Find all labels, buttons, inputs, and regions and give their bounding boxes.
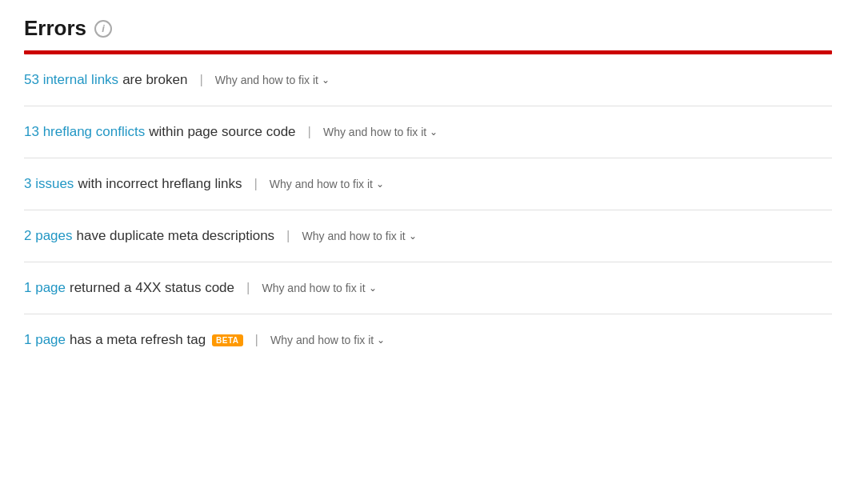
- error-item-broken-internal-links: 53 internal links are broken | Why and h…: [24, 54, 832, 106]
- error-text: 13 hreflang conflicts within page source…: [24, 124, 438, 140]
- chevron-down-icon: ⌄: [430, 126, 438, 138]
- why-fix-label: Why and how to fix it: [323, 126, 426, 138]
- separator: |: [254, 176, 257, 192]
- why-fix-button-broken-internal-links[interactable]: Why and how to fix it ⌄: [215, 74, 330, 86]
- error-description: has a meta refresh tag: [70, 332, 206, 348]
- why-fix-button-meta-refresh-tag[interactable]: Why and how to fix it ⌄: [270, 334, 385, 346]
- chevron-down-icon: ⌄: [322, 74, 330, 86]
- chevron-down-icon: ⌄: [409, 230, 417, 242]
- error-item-hreflang-conflicts: 13 hreflang conflicts within page source…: [24, 106, 832, 158]
- error-list: 53 internal links are broken | Why and h…: [24, 54, 832, 366]
- error-item-4xx-status-code: 1 page returned a 4XX status code | Why …: [24, 262, 832, 314]
- beta-badge: BETA: [212, 334, 242, 346]
- page-header: Errors i: [24, 16, 832, 41]
- error-description: have duplicate meta descriptions: [77, 228, 275, 244]
- why-fix-label: Why and how to fix it: [302, 230, 406, 242]
- error-text: 3 issues with incorrect hreflang links |…: [24, 176, 384, 192]
- chevron-down-icon: ⌄: [376, 178, 384, 190]
- why-fix-label: Why and how to fix it: [215, 74, 318, 86]
- error-text: 2 pages have duplicate meta descriptions…: [24, 228, 417, 244]
- separator: |: [255, 332, 258, 348]
- separator: |: [246, 280, 250, 296]
- why-fix-button-duplicate-meta-desc[interactable]: Why and how to fix it ⌄: [302, 230, 417, 242]
- error-description: within page source code: [149, 124, 295, 140]
- error-item-duplicate-meta-desc: 2 pages have duplicate meta descriptions…: [24, 210, 832, 262]
- error-text: 1 page has a meta refresh tag BETA | Why…: [24, 332, 385, 348]
- page-title: Errors: [24, 16, 86, 41]
- error-link-hreflang-conflicts[interactable]: 13 hreflang conflicts: [24, 124, 145, 140]
- why-fix-button-4xx-status-code[interactable]: Why and how to fix it ⌄: [262, 282, 376, 294]
- error-description: returned a 4XX status code: [70, 280, 234, 296]
- separator: |: [308, 124, 311, 140]
- chevron-down-icon: ⌄: [369, 282, 377, 294]
- why-fix-label: Why and how to fix it: [270, 178, 373, 190]
- error-link-incorrect-hreflang[interactable]: 3 issues: [24, 176, 74, 192]
- error-link-broken-internal-links[interactable]: 53 internal links: [24, 72, 118, 88]
- error-link-4xx-status-code[interactable]: 1 page: [24, 280, 66, 296]
- why-fix-button-hreflang-conflicts[interactable]: Why and how to fix it ⌄: [323, 126, 438, 138]
- error-description: with incorrect hreflang links: [78, 176, 242, 192]
- error-link-meta-refresh-tag[interactable]: 1 page: [24, 332, 66, 348]
- separator: |: [286, 228, 290, 244]
- error-link-duplicate-meta-desc[interactable]: 2 pages: [24, 228, 73, 244]
- info-icon[interactable]: i: [94, 20, 112, 38]
- why-fix-label: Why and how to fix it: [270, 334, 374, 346]
- error-text: 53 internal links are broken | Why and h…: [24, 72, 330, 88]
- why-fix-label: Why and how to fix it: [262, 282, 365, 294]
- error-item-meta-refresh-tag: 1 page has a meta refresh tag BETA | Why…: [24, 314, 832, 366]
- separator: |: [199, 72, 202, 88]
- error-item-incorrect-hreflang: 3 issues with incorrect hreflang links |…: [24, 158, 832, 210]
- error-text: 1 page returned a 4XX status code | Why …: [24, 280, 377, 296]
- main-container: Errors i 53 internal links are broken | …: [0, 0, 856, 382]
- why-fix-button-incorrect-hreflang[interactable]: Why and how to fix it ⌄: [270, 178, 384, 190]
- error-description: are broken: [122, 72, 187, 88]
- chevron-down-icon: ⌄: [377, 334, 385, 346]
